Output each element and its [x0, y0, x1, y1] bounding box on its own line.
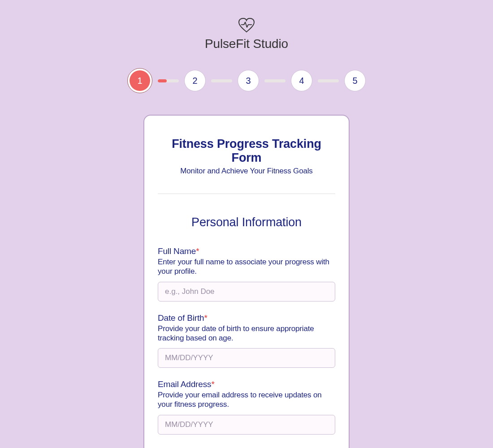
step-bar-2 [211, 79, 232, 82]
full-name-input[interactable] [158, 282, 335, 302]
form-header: Fitness Progress Tracking Form Monitor a… [158, 137, 335, 194]
brand-name: PulseFit Studio [205, 37, 288, 51]
step-1[interactable]: 1 [127, 68, 152, 93]
email-input[interactable] [158, 415, 335, 435]
logo-section: PulseFit Studio [205, 18, 288, 51]
form-title: Fitness Progress Tracking Form [158, 137, 335, 165]
step-4[interactable]: 4 [291, 70, 312, 91]
step-bar-3 [264, 79, 285, 82]
field-dob: Date of Birth* Provide your date of birt… [158, 313, 335, 368]
dob-description: Provide your date of birth to ensure app… [158, 324, 335, 343]
stepper: 1 2 3 4 5 [127, 68, 366, 93]
field-email: Email Address* Provide your email addres… [158, 379, 335, 435]
dob-input[interactable] [158, 348, 335, 368]
email-description: Provide your email address to receive up… [158, 390, 335, 409]
full-name-description: Enter your full name to associate your p… [158, 257, 335, 276]
step-2[interactable]: 2 [184, 70, 206, 91]
form-card: Fitness Progress Tracking Form Monitor a… [143, 115, 350, 448]
dob-label: Date of Birth* [158, 313, 335, 323]
step-3[interactable]: 3 [238, 70, 259, 91]
full-name-label: Full Name* [158, 246, 335, 256]
section-title: Personal Information [158, 215, 335, 229]
step-bar-1 [158, 79, 179, 82]
email-label: Email Address* [158, 379, 335, 389]
step-1-inner: 1 [130, 70, 150, 91]
field-full-name: Full Name* Enter your full name to assoc… [158, 246, 335, 302]
step-bar-4 [318, 79, 339, 82]
step-5[interactable]: 5 [344, 70, 366, 91]
heart-pulse-icon [238, 18, 255, 33]
form-subtitle: Monitor and Achieve Your Fitness Goals [158, 167, 335, 176]
